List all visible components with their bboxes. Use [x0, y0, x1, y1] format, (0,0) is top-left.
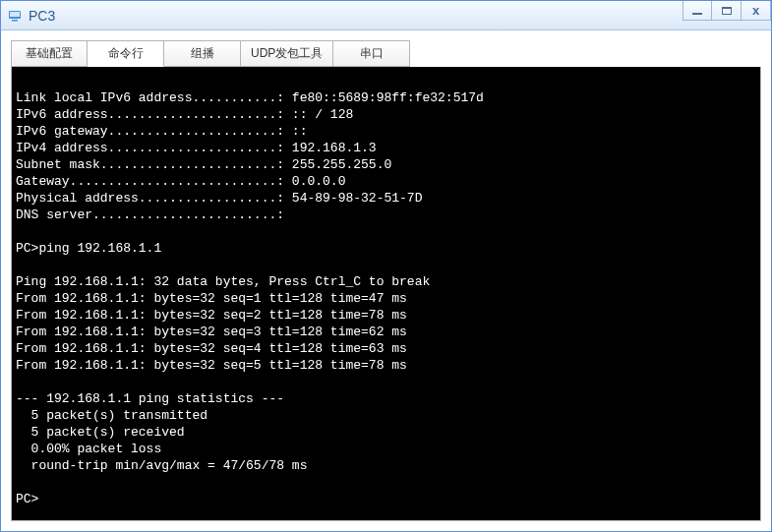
- terminal-container: Link local IPv6 address...........: fe80…: [11, 67, 761, 521]
- terminal-output[interactable]: Link local IPv6 address...........: fe80…: [12, 67, 760, 520]
- tab-label: UDP发包工具: [251, 46, 323, 60]
- tab-command-line[interactable]: 命令行: [88, 40, 164, 67]
- maximize-button[interactable]: [712, 1, 742, 21]
- close-button[interactable]: x: [742, 1, 771, 21]
- app-icon: [7, 8, 23, 24]
- tab-multicast[interactable]: 组播: [164, 40, 241, 67]
- tab-label: 串口: [360, 46, 384, 60]
- tab-serial[interactable]: 串口: [333, 40, 410, 67]
- tab-bar: 基础配置 命令行 组播 UDP发包工具 串口: [11, 40, 761, 67]
- titlebar: PC3 x: [1, 1, 771, 30]
- tab-label: 基础配置: [26, 46, 73, 60]
- svg-rect-2: [12, 20, 18, 22]
- tab-udp-tool[interactable]: UDP发包工具: [241, 40, 333, 67]
- client-area: 基础配置 命令行 组播 UDP发包工具 串口 Link local IPv6 a…: [1, 30, 771, 531]
- minimize-button[interactable]: [683, 1, 712, 21]
- tab-label: 命令行: [108, 46, 144, 60]
- window-controls: x: [683, 1, 771, 21]
- window-title: PC3: [29, 8, 55, 24]
- tab-basic-config[interactable]: 基础配置: [11, 40, 88, 67]
- tab-label: 组播: [191, 46, 214, 60]
- svg-rect-1: [10, 12, 20, 17]
